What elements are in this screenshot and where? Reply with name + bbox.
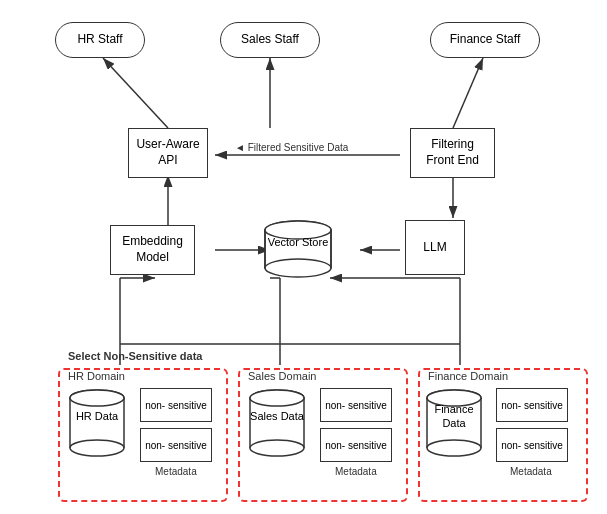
- finance-metadata-label: Metadata: [510, 466, 552, 477]
- filtering-front-end-label: FilteringFront End: [426, 137, 479, 168]
- vector-store-node: Vector Store: [263, 220, 333, 280]
- svg-line-2: [103, 58, 168, 128]
- architecture-diagram: HR Staff Sales Staff Finance Staff User-…: [0, 0, 607, 514]
- sales-non-sensitive-1: non- sensitive: [320, 388, 392, 422]
- hr-staff-label: HR Staff: [77, 32, 122, 48]
- hr-domain-label: HR Domain: [68, 370, 125, 382]
- hr-metadata-label: Metadata: [155, 466, 197, 477]
- svg-point-27: [70, 440, 124, 456]
- embedding-model-node: EmbeddingModel: [110, 225, 195, 275]
- select-non-sensitive-label: Select Non-Sensitive data: [68, 350, 203, 362]
- finance-non-sensitive-1: non- sensitive: [496, 388, 568, 422]
- sales-metadata-label: Metadata: [335, 466, 377, 477]
- finance-data-node: Finance Data: [425, 388, 483, 478]
- user-aware-api-node: User-AwareAPI: [128, 128, 208, 178]
- svg-point-21: [265, 259, 331, 277]
- sales-data-node: Sales Data: [248, 388, 306, 478]
- svg-point-33: [250, 440, 304, 456]
- svg-point-28: [70, 390, 124, 406]
- sales-domain-label: Sales Domain: [248, 370, 316, 382]
- hr-non-sensitive-1: non- sensitive: [140, 388, 212, 422]
- vector-store-label: Vector Store: [268, 236, 329, 248]
- sales-non-sensitive-2: non- sensitive: [320, 428, 392, 462]
- sales-data-label: Sales Data: [250, 410, 304, 422]
- sales-staff-label: Sales Staff: [241, 32, 299, 48]
- llm-label: LLM: [423, 240, 446, 256]
- user-aware-api-label: User-AwareAPI: [136, 137, 199, 168]
- finance-domain-label: Finance Domain: [428, 370, 508, 382]
- svg-line-4: [453, 58, 483, 128]
- svg-point-34: [250, 390, 304, 406]
- filtering-front-end-node: FilteringFront End: [410, 128, 495, 178]
- hr-data-label: HR Data: [76, 410, 118, 422]
- hr-staff-node: HR Staff: [55, 22, 145, 58]
- embedding-model-label: EmbeddingModel: [122, 234, 183, 265]
- svg-point-39: [427, 440, 481, 456]
- filtered-sensitive-label: ◄ Filtered Sensitive Data: [235, 142, 348, 153]
- finance-staff-node: Finance Staff: [430, 22, 540, 58]
- finance-staff-label: Finance Staff: [450, 32, 521, 48]
- sales-staff-node: Sales Staff: [220, 22, 320, 58]
- llm-node: LLM: [405, 220, 465, 275]
- hr-non-sensitive-2: non- sensitive: [140, 428, 212, 462]
- finance-non-sensitive-2: non- sensitive: [496, 428, 568, 462]
- hr-data-node: HR Data: [68, 388, 126, 478]
- finance-data-label: Finance Data: [434, 403, 473, 429]
